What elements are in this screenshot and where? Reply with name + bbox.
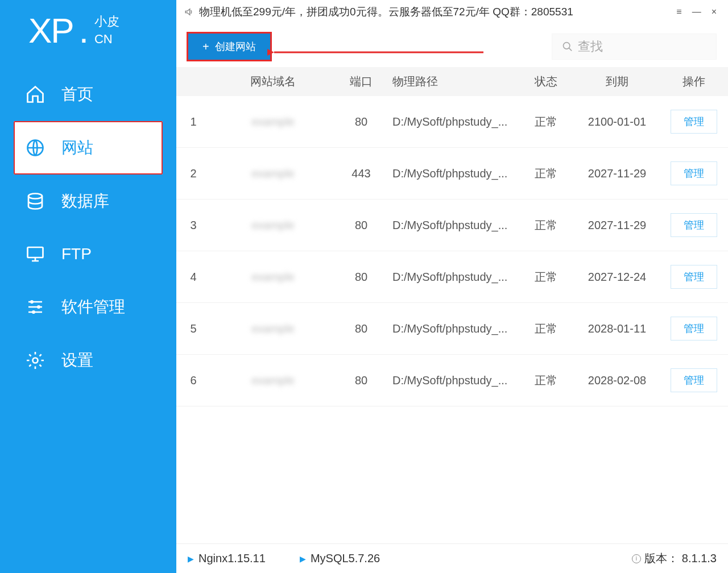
announcement-text[interactable]: 物理机低至299元/年，拼团成功0元得。云服务器低至72元/年 QQ群：2805… bbox=[199, 5, 675, 19]
table-header: 网站域名 端口 物理路径 状态 到期 操作 bbox=[176, 67, 728, 96]
table-row[interactable]: 6example80D:/MySoft/phpstudy_...正常2028-0… bbox=[176, 355, 728, 406]
cell-expire: 2027-11-29 bbox=[569, 219, 665, 232]
sidebar-item-label: 首页 bbox=[61, 84, 93, 105]
cell-port: 80 bbox=[336, 219, 387, 232]
header-status: 状态 bbox=[523, 74, 569, 89]
cell-domain: example bbox=[210, 322, 336, 335]
cell-domain: example bbox=[210, 271, 336, 284]
logo-sub2: CN bbox=[94, 31, 119, 48]
window-menu-icon[interactable]: ≡ bbox=[675, 7, 682, 17]
topbar: 物理机低至299元/年，拼团成功0元得。云服务器低至72元/年 QQ群：2805… bbox=[176, 0, 728, 24]
header-port: 端口 bbox=[336, 74, 387, 89]
svg-rect-2 bbox=[28, 247, 43, 258]
service-nginx[interactable]: ▶ Nginx1.15.11 bbox=[188, 552, 266, 565]
cell-domain: example bbox=[210, 219, 336, 232]
cell-expire: 2028-01-11 bbox=[569, 322, 665, 335]
version-info: i 版本： 8.1.1.3 bbox=[632, 551, 717, 566]
svg-point-6 bbox=[33, 358, 38, 363]
monitor-icon bbox=[25, 244, 46, 264]
cell-expire: 2027-11-29 bbox=[569, 167, 665, 180]
sidebar-item-label: 数据库 bbox=[61, 190, 109, 212]
sidebar-item-label: 网站 bbox=[61, 137, 93, 159]
table-row[interactable]: 5example80D:/MySoft/phpstudy_...正常2028-0… bbox=[176, 303, 728, 355]
cell-expire: 2027-12-24 bbox=[569, 271, 665, 284]
play-icon: ▶ bbox=[300, 554, 306, 563]
website-table: 网站域名 端口 物理路径 状态 到期 操作 1example80D:/MySof… bbox=[176, 67, 728, 543]
app-logo: XP. 小皮 CN bbox=[0, 10, 176, 68]
search-icon bbox=[562, 40, 573, 53]
service-mysql[interactable]: ▶ MySQL5.7.26 bbox=[300, 552, 380, 565]
sidebar-item-home[interactable]: 首页 bbox=[0, 68, 176, 121]
logo-main: XP bbox=[28, 10, 73, 51]
manage-button[interactable]: 管理 bbox=[671, 265, 717, 289]
window-close-icon[interactable]: × bbox=[710, 7, 718, 17]
service-label: Nginx1.15.11 bbox=[198, 552, 266, 565]
cell-path: D:/MySoft/phpstudy_... bbox=[387, 167, 523, 180]
cell-status: 正常 bbox=[523, 114, 569, 130]
sidebar-item-ftp[interactable]: FTP bbox=[0, 228, 176, 280]
cell-index: 2 bbox=[176, 167, 210, 180]
cell-domain: example bbox=[210, 374, 336, 387]
cell-index: 6 bbox=[176, 374, 210, 387]
sidebar-item-database[interactable]: 数据库 bbox=[0, 175, 176, 228]
cell-port: 80 bbox=[336, 115, 387, 128]
cell-status: 正常 bbox=[523, 269, 569, 285]
create-button-label: 创建网站 bbox=[215, 40, 256, 53]
cell-path: D:/MySoft/phpstudy_... bbox=[387, 322, 523, 335]
manage-button[interactable]: 管理 bbox=[671, 368, 717, 392]
cell-domain: example bbox=[210, 115, 336, 128]
service-label: MySQL5.7.26 bbox=[311, 552, 380, 565]
plus-icon: + bbox=[202, 41, 209, 52]
cell-status: 正常 bbox=[523, 321, 569, 337]
search-input[interactable] bbox=[578, 39, 706, 54]
manage-button[interactable]: 管理 bbox=[671, 213, 717, 237]
sidebar-item-settings[interactable]: 设置 bbox=[0, 334, 176, 387]
header-action: 操作 bbox=[665, 74, 722, 89]
svg-point-8 bbox=[563, 43, 569, 49]
svg-point-4 bbox=[37, 305, 40, 309]
svg-point-1 bbox=[28, 194, 42, 199]
cell-port: 80 bbox=[336, 271, 387, 284]
sidebar-item-software[interactable]: 软件管理 bbox=[0, 280, 176, 334]
window-minimize-icon[interactable]: — bbox=[691, 7, 702, 17]
info-icon: i bbox=[632, 554, 641, 563]
cell-index: 4 bbox=[176, 271, 210, 284]
cell-status: 正常 bbox=[523, 166, 569, 181]
sidebar-item-website[interactable]: 网站 bbox=[14, 121, 163, 175]
header-path: 物理路径 bbox=[387, 74, 523, 89]
sidebar-item-label: 软件管理 bbox=[61, 296, 125, 318]
manage-button[interactable]: 管理 bbox=[671, 110, 717, 134]
header-expire: 到期 bbox=[569, 74, 665, 89]
table-row[interactable]: 3example80D:/MySoft/phpstudy_...正常2027-1… bbox=[176, 200, 728, 251]
cell-expire: 2028-02-08 bbox=[569, 374, 665, 387]
table-row[interactable]: 1example80D:/MySoft/phpstudy_...正常2100-0… bbox=[176, 96, 728, 148]
statusbar: ▶ Nginx1.15.11 ▶ MySQL5.7.26 i 版本： 8.1.1… bbox=[176, 543, 728, 573]
cell-path: D:/MySoft/phpstudy_... bbox=[387, 115, 523, 128]
cell-path: D:/MySoft/phpstudy_... bbox=[387, 374, 523, 387]
announcement-icon bbox=[184, 7, 195, 17]
version-prefix: 版本： bbox=[644, 551, 679, 566]
cell-expire: 2100-01-01 bbox=[569, 115, 665, 128]
home-icon bbox=[25, 84, 46, 105]
manage-button[interactable]: 管理 bbox=[671, 161, 717, 185]
arrow-annotation bbox=[267, 41, 489, 64]
create-website-button[interactable]: + 创建网站 bbox=[188, 33, 271, 60]
svg-point-3 bbox=[30, 300, 34, 304]
main-content: 物理机低至299元/年，拼团成功0元得。云服务器低至72元/年 QQ群：2805… bbox=[176, 0, 728, 573]
sidebar-item-label: 设置 bbox=[61, 350, 93, 371]
sidebar: XP. 小皮 CN 首页 网站 bbox=[0, 0, 176, 573]
table-row[interactable]: 4example80D:/MySoft/phpstudy_...正常2027-1… bbox=[176, 251, 728, 303]
manage-button[interactable]: 管理 bbox=[671, 317, 717, 341]
cell-index: 1 bbox=[176, 115, 210, 128]
cell-index: 3 bbox=[176, 219, 210, 232]
cell-status: 正常 bbox=[523, 218, 569, 233]
cell-port: 80 bbox=[336, 374, 387, 387]
search-box[interactable] bbox=[552, 34, 717, 60]
globe-icon bbox=[25, 138, 46, 158]
table-row[interactable]: 2example443D:/MySoft/phpstudy_...正常2027-… bbox=[176, 148, 728, 200]
cell-index: 5 bbox=[176, 322, 210, 335]
cell-domain: example bbox=[210, 167, 336, 180]
version-number: 8.1.1.3 bbox=[682, 552, 717, 565]
toolbar: + 创建网站 bbox=[176, 24, 728, 67]
svg-line-9 bbox=[569, 48, 572, 51]
